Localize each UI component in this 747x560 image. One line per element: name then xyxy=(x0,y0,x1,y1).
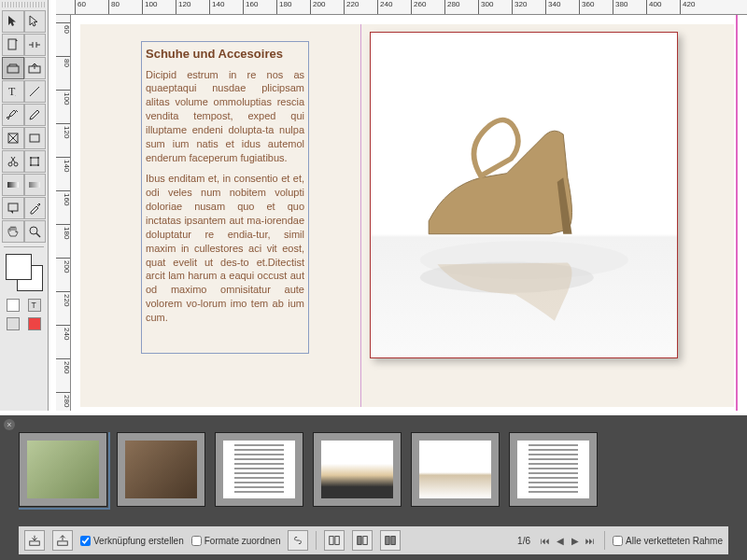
ruler-tick: 120 xyxy=(176,0,190,15)
gradient-feather-tool[interactable] xyxy=(24,174,47,196)
line-tool[interactable] xyxy=(24,80,47,103)
ruler-tick: 200 xyxy=(56,258,71,273)
hand-tool[interactable] xyxy=(2,220,24,243)
nav-next-button[interactable]: ▶ xyxy=(569,534,582,547)
pencil-tool[interactable] xyxy=(24,104,47,126)
place-mode-3-button[interactable] xyxy=(380,530,401,551)
conveyor-thumbnail[interactable] xyxy=(215,432,303,507)
ruler-tick: 260 xyxy=(411,0,426,15)
free-transform-tool[interactable] xyxy=(24,150,47,173)
zoom-tool-icon xyxy=(27,224,42,239)
scissors-tool[interactable] xyxy=(2,150,24,173)
rectangle-tool-icon xyxy=(27,131,42,146)
nav-prev-button[interactable]: ◀ xyxy=(554,534,567,547)
toolbox-grip[interactable] xyxy=(2,2,46,7)
normal-view-btn[interactable] xyxy=(7,317,20,330)
vertical-ruler[interactable]: 6080100120140160180200220240260280300320… xyxy=(56,15,71,411)
svg-text:T: T xyxy=(32,301,37,310)
svg-point-11 xyxy=(14,162,18,166)
conveyor-thumbnail[interactable] xyxy=(509,432,598,507)
fill-stroke-swatch[interactable] xyxy=(6,254,43,291)
place-mode-icon xyxy=(356,534,369,547)
thumbnail-strip[interactable] xyxy=(19,432,728,521)
ruler-tick: 160 xyxy=(243,0,258,15)
edit-links-button[interactable] xyxy=(288,530,308,551)
image-frame[interactable] xyxy=(370,32,678,358)
fill-swatch[interactable] xyxy=(6,254,32,280)
placed-image xyxy=(371,33,677,357)
ruler-tick: 280 xyxy=(444,0,459,15)
document-canvas[interactable]: Schuhe und Accesoires Dicipid estrum in … xyxy=(71,15,747,411)
all-linked-frames-checkbox[interactable]: Alle verketteten Rahme xyxy=(613,536,723,546)
ruler-tick: 100 xyxy=(56,90,71,105)
nav-first-button[interactable]: ⏮ xyxy=(539,534,552,547)
ruler-tick: 420 xyxy=(680,0,695,15)
ruler-tick: 180 xyxy=(56,224,71,239)
svg-point-14 xyxy=(37,157,39,159)
conveyor-thumbnail[interactable] xyxy=(19,432,107,507)
panel-close-button[interactable]: × xyxy=(4,419,15,430)
ruler-tick: 60 xyxy=(56,22,71,34)
create-link-checkbox[interactable]: Verknüpfung erstellen xyxy=(80,536,184,546)
conveyor-thumbnail[interactable] xyxy=(117,432,205,507)
map-formats-checkbox[interactable]: Formate zuordnen xyxy=(191,536,281,546)
place-mode-1-button[interactable] xyxy=(324,530,345,551)
svg-rect-30 xyxy=(363,537,367,545)
gradient-feather-icon xyxy=(27,177,42,192)
eyedropper-tool[interactable] xyxy=(24,197,47,219)
load-conveyor-button[interactable] xyxy=(24,530,45,551)
svg-point-20 xyxy=(30,227,37,234)
content-collector-icon xyxy=(6,61,21,76)
selection-tool[interactable] xyxy=(2,10,24,33)
svg-rect-19 xyxy=(8,203,18,211)
create-link-label: Verknüpfung erstellen xyxy=(93,536,184,546)
content-collector-tool[interactable] xyxy=(2,57,24,79)
conveyor-thumbnail[interactable] xyxy=(313,432,402,507)
place-conveyor-button[interactable] xyxy=(52,530,73,551)
text-frame[interactable]: Schuhe und Accesoires Dicipid estrum in … xyxy=(141,41,309,354)
toolbox-panel: T. T xyxy=(0,0,49,411)
apply-text-btn[interactable]: T xyxy=(28,299,41,312)
preview-view-btn[interactable] xyxy=(28,317,41,330)
all-linked-frames-label: Alle verketteten Rahme xyxy=(626,536,723,546)
gradient-swatch-tool[interactable] xyxy=(2,174,24,196)
ruler-tick: 260 xyxy=(56,358,71,373)
svg-rect-0 xyxy=(8,39,16,49)
svg-rect-18 xyxy=(29,182,40,188)
map-formats-label: Formate zuordnen xyxy=(204,536,281,546)
horizontal-ruler[interactable]: 6080100120140160180200220240260280300320… xyxy=(56,0,747,15)
toolbar-separator xyxy=(316,531,317,550)
content-placer-icon xyxy=(27,61,42,76)
zoom-tool[interactable] xyxy=(24,220,47,243)
note-tool[interactable] xyxy=(2,197,24,219)
ruler-tick: 140 xyxy=(209,0,224,15)
direct-selection-icon xyxy=(27,14,42,29)
direct-selection-tool[interactable] xyxy=(24,10,47,33)
eyedropper-tool-icon xyxy=(27,201,42,216)
conveyor-thumbnail[interactable] xyxy=(411,432,500,507)
content-placer-tool[interactable] xyxy=(24,57,47,79)
hand-tool-icon xyxy=(6,224,21,239)
pen-tool-icon xyxy=(6,107,21,122)
rectangle-tool[interactable] xyxy=(24,127,47,149)
apply-container-btn[interactable] xyxy=(7,299,20,312)
ruler-tick: 220 xyxy=(56,291,71,306)
nav-last-button[interactable]: ⏭ xyxy=(584,534,597,547)
gap-tool[interactable] xyxy=(24,34,47,56)
place-mode-icon xyxy=(328,534,341,547)
svg-line-5 xyxy=(30,87,39,96)
place-mode-2-button[interactable] xyxy=(352,530,373,551)
pen-tool[interactable] xyxy=(2,104,24,126)
ruler-tick: 300 xyxy=(478,0,493,15)
ruler-tick: 380 xyxy=(613,0,627,15)
rectangle-frame-tool[interactable] xyxy=(2,127,24,149)
thumbnail-content xyxy=(517,441,589,498)
product-image-icon xyxy=(394,57,655,333)
ruler-tick: 80 xyxy=(56,56,71,67)
ruler-tick: 220 xyxy=(344,0,359,15)
type-tool[interactable]: T. xyxy=(2,80,24,103)
gap-tool-icon xyxy=(27,37,42,52)
page-tool[interactable] xyxy=(2,34,24,56)
page-right-edge-guide xyxy=(736,15,738,411)
content-conveyor-panel: × Verknüpfung erstellen Formate zuordnen… xyxy=(0,415,747,560)
